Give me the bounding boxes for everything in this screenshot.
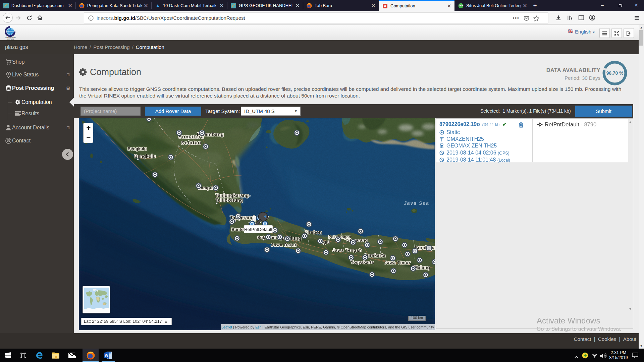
svg-text:Yogyakarta: Yogyakarta <box>351 260 374 265</box>
svg-text:W: W <box>105 354 108 358</box>
svg-text:Bengkulu: Bengkulu <box>128 146 147 151</box>
svg-text:RefPntDefault: RefPntDefault <box>244 227 272 232</box>
svg-text:Jawa Timur: Jawa Timur <box>384 260 411 265</box>
svg-text:Java Sea: Java Sea <box>404 200 429 206</box>
svg-text:Jawa Barat: Jawa Barat <box>271 243 297 247</box>
svg-text:Jawa Tengah: Jawa Tengah <box>332 248 362 253</box>
svg-text:Semarang: Semarang <box>347 238 368 243</box>
svg-text:Selatan: Selatan <box>181 140 201 145</box>
svg-text:96.70 %: 96.70 % <box>606 71 624 76</box>
svg-text:Telubketung: Telubketung <box>215 197 243 203</box>
svg-text:Malang: Malang <box>414 265 430 270</box>
svg-text:Bengkulu: Bengkulu <box>134 154 156 159</box>
